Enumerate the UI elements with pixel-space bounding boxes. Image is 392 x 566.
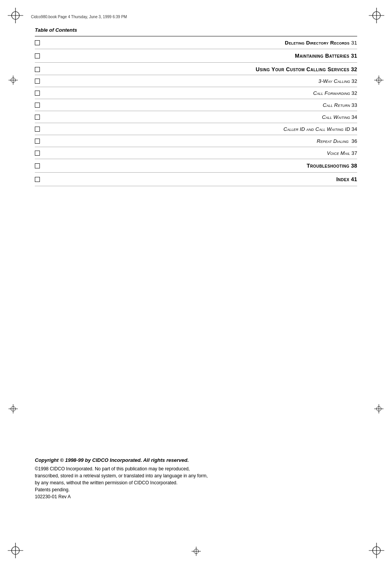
- corner-mark-tl: [8, 8, 23, 23]
- checkbox-troubleshooting: [35, 163, 40, 168]
- copyright-body: ©1998 CIDCO Incorporated. No part of thi…: [35, 465, 357, 500]
- checkbox-maintaining-batteries: [35, 53, 40, 58]
- side-mark-left-top: [9, 75, 18, 86]
- toc-entry-repeat-dialing: Repeat Dialing 36: [317, 139, 357, 144]
- checkbox-3way: [35, 79, 40, 84]
- toc-entry-deleting-directory: Deleting Directory Records 31: [285, 40, 357, 46]
- table-row: Call Forwarding 32: [35, 87, 357, 99]
- header-text: Cidco980.book Page 4 Thursday, June 3, 1…: [31, 15, 361, 19]
- toc-entry-3way: 3-Way Calling 32: [318, 79, 357, 84]
- toc-entry-using-custom: Using Your Custom Calling Services 32: [256, 67, 357, 72]
- side-mark-right-top: [374, 75, 383, 86]
- table-row: Repeat Dialing 36: [35, 135, 357, 147]
- toc-entry-voice-mail: Voice Mail 37: [327, 151, 357, 156]
- table-row: Caller ID and Call Waiting ID 34: [35, 123, 357, 135]
- toc-entry-troubleshooting: Troubleshooting 38: [306, 163, 357, 169]
- copyright-title: Copyright © 1998-99 by CIDCO Incorporate…: [35, 457, 357, 463]
- corner-mark-tr: [369, 8, 384, 23]
- toc-entry-maintaining-batteries: Maintaining Batteries 31: [295, 53, 357, 59]
- checkbox-call-return: [35, 103, 40, 108]
- toc-entry-call-waiting: Call Waiting 34: [322, 115, 357, 120]
- checkbox-voice-mail: [35, 151, 40, 156]
- toc-entry-caller-id: Caller ID and Call Waiting ID 34: [283, 127, 357, 132]
- checkbox-repeat-dialing: [35, 139, 40, 144]
- toc-section: Table of Contents Deleting Directory Rec…: [35, 27, 357, 186]
- checkbox-index: [35, 177, 40, 182]
- toc-entry-call-forwarding: Call Forwarding 32: [313, 91, 357, 96]
- toc-entry-index: Index 41: [336, 177, 357, 182]
- bottom-center-mark: [192, 547, 201, 557]
- table-row: Index 41: [35, 173, 357, 186]
- table-row: Call Return 33: [35, 99, 357, 111]
- page: Cidco980.book Page 4 Thursday, June 3, 1…: [0, 0, 392, 566]
- table-row: Using Your Custom Calling Services 32: [35, 63, 357, 75]
- corner-mark-bl: [8, 543, 23, 558]
- corner-mark-br: [369, 543, 384, 558]
- toc-heading: Table of Contents: [35, 27, 357, 33]
- table-row: Call Waiting 34: [35, 111, 357, 123]
- side-mark-right-bottom: [374, 404, 383, 415]
- toc-table: Deleting Directory Records 31 Maintainin…: [35, 36, 357, 186]
- checkbox-deleting-directory: [35, 40, 40, 45]
- checkbox-call-waiting: [35, 115, 40, 120]
- table-row: Deleting Directory Records 31: [35, 36, 357, 49]
- side-mark-left-bottom: [9, 404, 18, 415]
- copyright-section: Copyright © 1998-99 by CIDCO Incorporate…: [35, 457, 357, 500]
- table-row: 3-Way Calling 32: [35, 75, 357, 87]
- table-row: Voice Mail 37: [35, 147, 357, 159]
- toc-entry-call-return: Call Return 33: [323, 103, 357, 108]
- checkbox-using-custom: [35, 67, 40, 72]
- table-row: Troubleshooting 38: [35, 159, 357, 173]
- table-row: Maintaining Batteries 31: [35, 49, 357, 63]
- checkbox-caller-id: [35, 127, 40, 132]
- checkbox-call-forwarding: [35, 91, 40, 96]
